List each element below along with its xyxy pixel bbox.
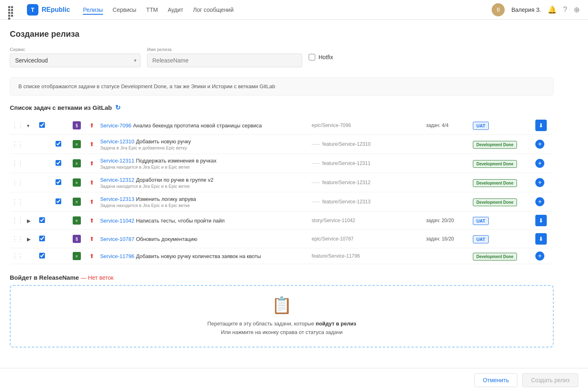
cancel-button[interactable]: Отменить	[474, 373, 517, 380]
type-cell: ≡	[70, 192, 87, 212]
expand-button[interactable]: ▶	[27, 236, 31, 242]
action-cell: +	[533, 135, 554, 154]
logo[interactable]: T REpublic	[27, 4, 70, 16]
bell-icon[interactable]: 🔔	[548, 5, 557, 14]
task-checkbox[interactable]	[39, 253, 45, 258]
task-title: Доработки по ручке в группе v2	[136, 177, 214, 183]
download-button[interactable]: ⬇	[535, 215, 547, 226]
add-to-release-button[interactable]: +	[535, 197, 544, 206]
drag-handle[interactable]: ⋮⋮	[10, 154, 24, 173]
drag-handle[interactable]: ⋮⋮	[10, 173, 24, 192]
status-badge: Development Done	[473, 198, 517, 206]
status-badge: UAT	[473, 235, 489, 243]
count-cell: задач: 4/4	[423, 116, 470, 135]
drop-zone-icon: 📋	[272, 296, 292, 315]
grid-icon[interactable]	[8, 6, 16, 13]
settings-icon[interactable]: ⊕	[574, 5, 580, 14]
service-select[interactable]: Servicecloud	[10, 53, 140, 67]
drag-handle[interactable]: ⋮⋮	[10, 248, 24, 264]
expand-cell: ▶	[24, 212, 39, 230]
nav-item-services[interactable]: Сервисы	[113, 5, 136, 15]
task-checkbox[interactable]	[39, 236, 45, 241]
nav-item-log[interactable]: Лог сообщений	[193, 5, 234, 15]
drag-handle[interactable]: ⋮⋮	[10, 135, 24, 154]
task-key-link[interactable]: Service-7096	[100, 122, 131, 129]
task-checkbox[interactable]	[39, 217, 45, 223]
priority-cell: ⬆	[87, 230, 100, 248]
expand-button[interactable]: ▾	[27, 123, 29, 129]
task-checkbox[interactable]	[39, 122, 45, 128]
action-cell: ⬇	[533, 116, 554, 135]
nav-item-ttm[interactable]: ТТМ	[146, 5, 158, 15]
avatar[interactable]: В	[492, 3, 505, 16]
drag-handle[interactable]: ⋮⋮	[10, 212, 24, 230]
count-cell	[423, 173, 470, 192]
create-button[interactable]: Создать релиз	[522, 373, 578, 380]
status-badge: Development Done	[473, 160, 517, 168]
type-badge: ≡	[73, 159, 81, 167]
task-title-row: Service-12312 Доработки по ручке в групп…	[100, 176, 307, 183]
hotfix-checkbox-label[interactable]: Hotfix	[309, 54, 333, 60]
hotfix-checkbox[interactable]	[309, 54, 315, 60]
nav-item-audit[interactable]: Аудит	[168, 5, 183, 15]
action-cell: +	[533, 154, 554, 173]
task-key-link[interactable]: Service-12310	[100, 138, 134, 145]
task-checkbox[interactable]	[56, 179, 61, 185]
release-name-input[interactable]	[147, 53, 302, 67]
expand-cell	[24, 192, 39, 212]
task-info-cell: Service-12311 Поддержать изменения в руч…	[99, 154, 309, 173]
checkbox-cell	[39, 192, 70, 212]
drop-zone[interactable]: 📋 Перетащите в эту область задачи, котор…	[10, 285, 554, 347]
tasks-section-title: Список задач с ветками из GitLab	[10, 104, 112, 111]
add-to-release-button[interactable]: +	[535, 159, 544, 168]
service-select-wrap: Servicecloud ▾	[10, 53, 140, 67]
nav-item-releases[interactable]: Релизы	[83, 5, 103, 15]
type-cell: ≡	[70, 135, 87, 154]
table-row: ⋮⋮ ≡ ⬆ Service-12310 Добавить новую ручк…	[10, 135, 554, 154]
download-button[interactable]: ⬇	[535, 233, 547, 245]
drop-text-2: Или нажмите на иконку справа от статуса …	[221, 329, 343, 335]
task-checkbox[interactable]	[56, 141, 61, 147]
drag-handle[interactable]: ⋮⋮	[10, 230, 24, 248]
task-checkbox[interactable]	[56, 160, 61, 166]
task-key-link[interactable]: Service-11042	[100, 218, 134, 224]
service-field: Сервис Servicecloud ▾	[10, 47, 140, 67]
help-icon[interactable]: ?	[563, 5, 567, 14]
checkbox-cell	[39, 116, 70, 135]
refresh-icon[interactable]: ↻	[115, 104, 120, 111]
action-cell: +	[533, 173, 554, 192]
branch-cell: story/Service-11042	[309, 212, 423, 230]
task-key-link[interactable]: Service-10787	[100, 236, 134, 242]
task-key-link[interactable]: Service-12311	[100, 158, 134, 164]
add-to-release-button[interactable]: +	[535, 140, 544, 149]
add-to-release-button[interactable]: +	[535, 178, 544, 187]
hotfix-label-text: Hotfix	[318, 54, 333, 60]
status-cell: UAT	[470, 212, 533, 230]
task-key-link[interactable]: Service-11796	[100, 253, 134, 259]
task-key-link[interactable]: Service-12313	[100, 196, 134, 202]
drag-handle[interactable]: ⋮⋮	[10, 116, 24, 135]
branch-cell: epic/Service-7096	[309, 116, 423, 135]
type-badge: ≡	[73, 216, 81, 225]
priority-cell: ⬆	[87, 154, 100, 173]
type-cell: ≡	[70, 248, 87, 264]
status-badge: UAT	[473, 122, 489, 130]
action-cell: ⬇	[533, 230, 554, 248]
download-button[interactable]: ⬇	[535, 120, 547, 131]
task-key-link[interactable]: Service-12312	[100, 177, 134, 183]
task-checkbox[interactable]	[56, 198, 61, 204]
status-badge: Development Done	[473, 141, 517, 149]
branch-cell: feature/Service-12313	[309, 192, 423, 212]
task-subtitle: Задача находится в Jira Epic и в Epic ве…	[100, 184, 307, 189]
expand-cell: ▾	[24, 116, 39, 135]
task-title-row: Service-12310 Добавить новую ручку	[100, 138, 307, 145]
priority-icon: ⬆	[89, 198, 94, 205]
drag-handle[interactable]: ⋮⋮	[10, 192, 24, 212]
release-name-label: Имя релиза	[147, 47, 302, 52]
info-box: В списке отображаются задачи в статусе D…	[10, 77, 554, 96]
task-title-row: Service-11796 Добавить новую ручку колич…	[100, 253, 307, 259]
add-to-release-button[interactable]: +	[535, 252, 544, 261]
count-cell	[423, 248, 470, 264]
tasks-section-header: Список задач с ветками из GitLab ↻	[10, 104, 554, 111]
expand-button[interactable]: ▶	[27, 218, 31, 224]
